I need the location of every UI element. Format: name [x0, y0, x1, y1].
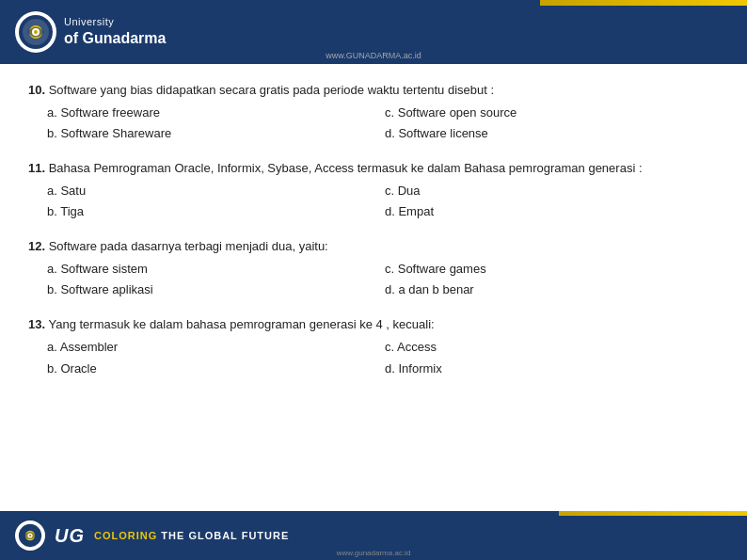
footer-accent-bar — [559, 511, 747, 516]
question-12-text: Software pada dasarnya terbagi menjadi d… — [49, 239, 328, 253]
question-10-number: 10. — [28, 83, 45, 97]
option-13d: d. Informix — [381, 360, 719, 379]
question-13-title: 13. Yang termasuk ke dalam bahasa pemrog… — [28, 315, 719, 334]
footer-tagline-the-global-future: THE GLOBAL FUTURE — [161, 530, 289, 541]
footer-tagline-coloring: COLORING — [94, 530, 157, 541]
question-11-options: a. Satu c. Dua b. Tiga d. Empat — [28, 182, 719, 223]
option-10c: c. Software open source — [381, 104, 719, 123]
question-13-number: 13. — [28, 317, 45, 331]
option-10a: a. Software freeware — [43, 104, 381, 123]
option-13b: b. Oracle — [43, 360, 381, 379]
option-13c: c. Access — [381, 338, 719, 358]
option-12c: c. Software games — [381, 260, 719, 280]
question-11-text: Bahasa Pemrograman Oracle, Informix, Syb… — [49, 161, 643, 175]
svg-point-8 — [29, 535, 32, 537]
option-12d: d. a dan b benar — [381, 280, 719, 300]
footer-website: www.gunadarma.ac.id — [0, 549, 747, 557]
header-logo-text: University of Gunadarma — [64, 15, 166, 48]
footer-logo-circle — [15, 520, 45, 551]
header-logo-area: University of Gunadarma — [15, 11, 166, 53]
question-13-options: a. Assembler c. Access b. Oracle d. Info… — [28, 338, 719, 379]
option-13a: a. Assembler — [43, 338, 381, 358]
header-logo-circle — [15, 11, 56, 53]
footer: UG COLORING THE GLOBAL FUTURE www.gunada… — [0, 511, 747, 560]
main-content: 10. Software yang bias didapatkan secara… — [0, 64, 747, 497]
question-10-title: 10. Software yang bias didapatkan secara… — [28, 81, 719, 100]
question-11: 11. Bahasa Pemrograman Oracle, Informix,… — [28, 159, 719, 222]
question-12: 12. Software pada dasarnya terbagi menja… — [28, 237, 719, 300]
header-website: www.GUNADARMA.ac.id — [0, 51, 747, 60]
footer-tagline: COLORING THE GLOBAL FUTURE — [94, 530, 289, 541]
header: University of Gunadarma www.GUNADARMA.ac… — [0, 0, 747, 64]
option-10b: b. Software Shareware — [43, 124, 381, 144]
question-10-options: a. Software freeware c. Software open so… — [28, 104, 719, 145]
question-11-title: 11. Bahasa Pemrograman Oracle, Informix,… — [28, 159, 719, 178]
question-12-title: 12. Software pada dasarnya terbagi menja… — [28, 237, 719, 256]
question-10: 10. Software yang bias didapatkan secara… — [28, 81, 719, 144]
question-13: 13. Yang termasuk ke dalam bahasa pemrog… — [28, 315, 719, 378]
question-12-options: a. Software sistem c. Software games b. … — [28, 260, 719, 301]
question-11-number: 11. — [28, 161, 45, 175]
footer-logo-icon — [18, 523, 42, 548]
gunadarma-label: of Gunadarma — [64, 29, 166, 49]
option-10d: d. Software license — [381, 124, 719, 144]
question-13-text: Yang termasuk ke dalam bahasa pemrograma… — [48, 317, 434, 331]
header-accent-bar — [540, 0, 747, 6]
option-11c: c. Dua — [381, 182, 719, 201]
option-11a: a. Satu — [43, 182, 381, 201]
question-12-number: 12. — [28, 239, 45, 253]
question-10-text: Software yang bias didapatkan secara gra… — [49, 83, 494, 97]
option-12a: a. Software sistem — [43, 260, 381, 280]
university-logo-icon — [18, 14, 54, 50]
option-11d: d. Empat — [381, 202, 719, 222]
svg-point-4 — [34, 30, 38, 34]
option-11b: b. Tiga — [43, 202, 381, 222]
option-12b: b. Software aplikasi — [43, 280, 381, 300]
footer-ug-text: UG — [55, 525, 85, 547]
university-label: University — [64, 15, 166, 28]
